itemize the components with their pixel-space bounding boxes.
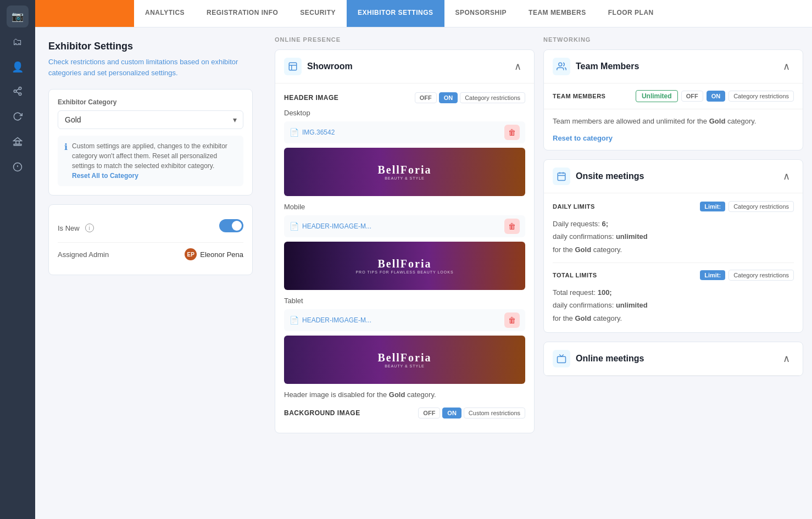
showroom-collapse-button[interactable]: ∧	[510, 59, 525, 74]
team-members-row-label: TEAM MEMBERS	[553, 93, 605, 99]
mobile-bellforia-content: BellForia PRO TIPS FOR FLAWLESS BEAUTY L…	[355, 258, 453, 274]
exhibitor-category-card: Exhibitor Category Gold Silver Bronze ▾ …	[48, 89, 253, 196]
camera-icon: 📷	[12, 10, 24, 23]
sidebar-icon-refresh[interactable]	[7, 107, 29, 129]
is-new-toggle[interactable]	[219, 219, 243, 232]
showroom-card-body: HEADER IMAGE OFF ON Category restriction…	[275, 83, 534, 433]
is-new-info-icon: i	[85, 224, 94, 232]
daily-restriction-badge[interactable]: Category restrictions	[728, 201, 794, 212]
onsite-meetings-collapse-button[interactable]: ∧	[778, 169, 794, 184]
team-info-text: Team members are allowed and unlimited f…	[544, 109, 803, 132]
svg-rect-11	[289, 63, 297, 70]
mobile-file-name: 📄 HEADER-IMGAGE-M...	[290, 222, 371, 231]
showroom-icon	[284, 58, 302, 75]
assigned-admin-label: Assigned Admin	[58, 250, 109, 259]
daily-limit-badge: Limit:	[700, 202, 725, 211]
daily-limits-row: DAILY LIMITS Limit: Category restriction…	[553, 201, 794, 212]
team-members-collapse-button[interactable]: ∧	[778, 59, 794, 74]
left-panel: Exhibitor Settings Check restrictions an…	[35, 27, 266, 519]
tab-registration-info[interactable]: REGISTRATION INFO	[196, 0, 289, 27]
total-limits-details: Total request: 100; daily confirmations:…	[553, 286, 794, 325]
svg-rect-13	[558, 173, 565, 181]
tab-exhibitor-settings[interactable]: EXHIBITOR SETTINGS	[347, 0, 444, 27]
category-select[interactable]: Gold Silver Bronze	[58, 110, 243, 129]
is-new-label: Is New i	[58, 224, 94, 232]
desktop-label: Desktop	[284, 109, 525, 117]
daily-limits-label: DAILY LIMITS	[553, 203, 595, 210]
tab-sponsorship[interactable]: SPONSORSHIP	[444, 0, 518, 27]
tablet-delete-button[interactable]: 🗑	[504, 312, 520, 328]
avatar: EP	[185, 248, 197, 260]
info-text: Custom settings are applied, changes to …	[72, 141, 237, 181]
header-image-on-button[interactable]: ON	[439, 92, 458, 103]
total-limits-group: Limit: Category restrictions	[700, 270, 794, 281]
svg-rect-17	[558, 356, 566, 362]
page-body: Exhibitor Settings Check restrictions an…	[35, 27, 812, 519]
sidebar-icon-info[interactable]	[7, 157, 29, 179]
tab-team-members[interactable]: TEAM MEMBERS	[518, 0, 597, 27]
sidebar-icon-briefcase[interactable]: 🗂	[7, 31, 29, 53]
onsite-meetings-icon	[553, 168, 570, 185]
svg-rect-6	[16, 141, 19, 144]
bg-image-section-header: BACKGROUND IMAGE OFF ON Custom restricti…	[284, 408, 525, 418]
sidebar-icon-share[interactable]	[7, 81, 29, 103]
team-on-button[interactable]: ON	[707, 91, 726, 102]
file-icon: 📄	[290, 128, 299, 137]
total-restriction-badge[interactable]: Category restrictions	[728, 270, 794, 281]
page-description: Check restrictions and custom limitation…	[48, 57, 253, 78]
unlimited-badge: Unlimited	[636, 90, 678, 102]
tablet-file-name: 📄 HEADER-IMGAGE-M...	[290, 316, 371, 325]
info-circle-icon: ℹ	[64, 142, 68, 181]
team-restriction-badge[interactable]: Category restrictions	[728, 91, 794, 102]
online-presence-label: ONLINE PRESENCE	[275, 36, 535, 43]
svg-line-4	[16, 88, 19, 90]
daily-limits-group: Limit: Category restrictions	[700, 201, 794, 212]
svg-point-2	[19, 93, 21, 96]
sidebar-icon-camera[interactable]: 📷	[7, 5, 29, 27]
bg-image-label: BACKGROUND IMAGE	[284, 409, 360, 417]
category-label: Exhibitor Category	[58, 98, 243, 106]
header-image-off-button[interactable]: OFF	[415, 92, 437, 103]
bellforia-content: BellForia BEAUTY & STYLE	[378, 164, 432, 180]
desktop-file-name: 📄 IMG.36542	[290, 128, 335, 137]
online-meetings-icon	[553, 350, 570, 367]
nav-tabs: ANALYTICS REGISTRATION INFO SECURITY EXH…	[134, 0, 665, 27]
team-members-card: Team Members ∧ TEAM MEMBERS Unlimited OF…	[543, 49, 803, 150]
sidebar-icon-users[interactable]: 👤	[7, 56, 29, 78]
page-title: Exhibitor Settings	[48, 41, 253, 52]
reset-all-link[interactable]: Reset All to Category	[72, 172, 138, 180]
onsite-meetings-header: Onsite meetings ∧	[544, 160, 803, 193]
tab-security[interactable]: SECURITY	[289, 0, 347, 27]
bg-image-on-button[interactable]: ON	[442, 408, 461, 418]
top-nav: ANALYTICS REGISTRATION INFO SECURITY EXH…	[35, 0, 812, 27]
svg-point-0	[19, 87, 21, 90]
online-meetings-collapse-button[interactable]: ∧	[778, 351, 794, 366]
desktop-delete-button[interactable]: 🗑	[504, 125, 520, 140]
team-members-icon	[553, 58, 570, 75]
info-icon	[13, 162, 23, 175]
mobile-label: Mobile	[284, 203, 525, 211]
tablet-bellforia-content: BellForia BEAUTY & STYLE	[378, 351, 432, 368]
bg-image-toggle-group: OFF ON Custom restrictions	[418, 408, 525, 418]
reset-to-category-link[interactable]: Reset to category	[544, 132, 803, 150]
mobile-file-item: 📄 HEADER-IMGAGE-M... 🗑	[284, 215, 525, 237]
daily-limits-details: Daily requests: 6; daily confirmations: …	[553, 217, 794, 256]
bg-image-off-button[interactable]: OFF	[418, 408, 440, 418]
mobile-delete-button[interactable]: 🗑	[504, 219, 520, 234]
header-image-toggle-group: OFF ON Category restrictions	[415, 92, 525, 103]
right-content: ONLINE PRESENCE Showroom ∧	[266, 27, 812, 519]
showroom-card: Showroom ∧ HEADER IMAGE OFF	[275, 49, 535, 433]
onsite-meetings-title: Onsite meetings	[553, 168, 644, 185]
svg-point-12	[559, 63, 562, 66]
header-image-section-header: HEADER IMAGE OFF ON Category restriction…	[284, 92, 525, 103]
networking-column: NETWORKING Team Members ∧	[543, 36, 803, 510]
online-presence-column: ONLINE PRESENCE Showroom ∧	[275, 36, 535, 510]
bg-image-restriction-badge[interactable]: Custom restrictions	[464, 408, 525, 418]
tablet-label: Tablet	[284, 297, 525, 305]
header-image-restriction-badge[interactable]: Category restrictions	[460, 92, 525, 103]
tab-floor-plan[interactable]: FLOOR PLAN	[597, 0, 665, 27]
tablet-file-icon: 📄	[290, 316, 299, 325]
tab-analytics[interactable]: ANALYTICS	[134, 0, 196, 27]
team-off-button[interactable]: OFF	[681, 91, 703, 102]
sidebar-icon-monument[interactable]	[7, 132, 29, 154]
